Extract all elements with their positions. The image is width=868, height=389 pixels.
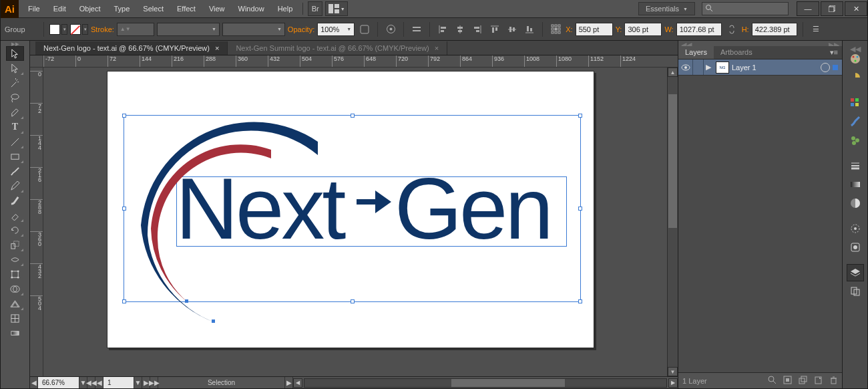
layer-row[interactable]: ▶ NG Layer 1 (678, 59, 842, 76)
dock-symbols-icon[interactable] (847, 132, 864, 149)
align-right-button[interactable] (470, 22, 485, 37)
tab-layers[interactable]: Layers (678, 46, 714, 59)
dock-gradient-icon[interactable] (847, 176, 864, 193)
type-tool[interactable]: T (6, 120, 24, 134)
brush-definition-dropdown[interactable]: ▼ (222, 23, 285, 36)
zoom-out-button[interactable]: ◀ (30, 377, 38, 388)
menu-window[interactable]: Window (232, 1, 271, 17)
make-clipping-mask-icon[interactable] (783, 376, 792, 386)
menu-select[interactable]: Select (136, 1, 170, 17)
align-top-button[interactable] (487, 22, 502, 37)
next-artboard-button-2[interactable]: ▶▶ (150, 377, 158, 388)
mesh-tool[interactable] (6, 311, 24, 326)
dock-swatches-icon[interactable] (847, 94, 864, 112)
width-tool[interactable] (6, 252, 24, 267)
lock-toggle[interactable] (693, 59, 704, 75)
y-field[interactable]: 306 pt (624, 23, 662, 36)
menu-effect[interactable]: Effect (170, 1, 202, 17)
ruler-vertical[interactable]: 072144216288360432504 (30, 68, 43, 376)
handle-e[interactable] (578, 207, 582, 211)
dock-layers-icon[interactable] (847, 264, 864, 281)
line-tool[interactable] (6, 134, 24, 149)
expand-toggle-icon[interactable]: ▶ (704, 63, 713, 72)
layer-name[interactable]: Layer 1 (732, 63, 818, 72)
align-center-v-button[interactable] (505, 22, 519, 37)
menu-file[interactable]: File (21, 1, 47, 17)
new-layer-icon[interactable] (814, 376, 823, 386)
dock-appearance-icon[interactable] (847, 220, 864, 237)
menu-type[interactable]: Type (107, 1, 137, 17)
fill-swatch[interactable] (49, 24, 60, 35)
ruler-origin[interactable] (30, 55, 43, 68)
align-to-button[interactable] (409, 22, 424, 37)
handle-n[interactable] (351, 114, 355, 118)
target-icon[interactable] (821, 63, 830, 72)
scroll-down-arrow[interactable]: ▼ (668, 367, 678, 376)
w-field[interactable]: 1027.68 pt (676, 23, 722, 36)
dock-grip[interactable]: ◀◀ (850, 45, 861, 49)
tab-artboards[interactable]: Artboards (714, 46, 759, 59)
arrange-documents-button[interactable]: ▼ (325, 1, 348, 16)
dock-transparency-icon[interactable] (847, 194, 864, 212)
x-field[interactable]: 550 pt (576, 23, 613, 36)
h-field[interactable]: 422.389 pt (752, 23, 797, 36)
free-transform-tool[interactable] (6, 267, 24, 281)
vertical-scroll-thumb[interactable] (668, 94, 677, 228)
prev-artboard-button[interactable]: ◀◀ (87, 377, 95, 388)
panel-expand-icon[interactable]: ▶▶ (829, 41, 839, 46)
dock-graphic-styles-icon[interactable] (847, 239, 864, 256)
artboard-nav-field[interactable]: 1 (103, 377, 134, 388)
zoom-level-field[interactable]: 66.67% (38, 377, 79, 388)
dock-brushes-icon[interactable] (847, 113, 864, 130)
status-dropdown[interactable]: ▶ (285, 377, 293, 388)
shape-builder-tool[interactable] (6, 281, 24, 296)
direct-selection-tool[interactable] (6, 61, 24, 76)
stroke-label[interactable]: Stroke: (91, 25, 114, 33)
gradient-tool[interactable] (6, 326, 24, 340)
panel-collapse-icon[interactable]: ◀◀ (681, 41, 692, 46)
hscroll-right[interactable]: ▶ (668, 378, 678, 388)
menu-object[interactable]: Object (73, 1, 107, 17)
doc-tab-2[interactable]: Next-Gen Summit logo - text.ai @ 66.67% … (228, 41, 447, 55)
scroll-up-arrow[interactable]: ▲ (668, 68, 678, 77)
handle-s[interactable] (351, 299, 355, 303)
magic-wand-tool[interactable] (6, 76, 24, 90)
opacity-label[interactable]: Opacity: (288, 25, 314, 33)
rotate-tool[interactable] (6, 223, 24, 237)
menu-view[interactable]: View (202, 1, 232, 17)
pencil-tool[interactable] (6, 178, 24, 193)
blob-brush-tool[interactable] (6, 193, 24, 208)
new-sublayer-icon[interactable] (799, 376, 807, 386)
align-left-button[interactable] (435, 22, 450, 37)
doc-tab-1[interactable]: Next-Gen logo - text.ai @ 66.67% (CMYK/P… (35, 41, 228, 55)
horizontal-scroll-thumb[interactable] (451, 379, 565, 387)
artboard-dropdown[interactable]: ▼ (134, 377, 142, 388)
dock-color-icon[interactable] (847, 50, 864, 68)
opacity-field[interactable]: 100%▼ (317, 23, 355, 36)
control-panel-menu[interactable]: ☰ (809, 22, 823, 37)
dock-color-guide-icon[interactable] (847, 69, 864, 86)
workspace-switcher[interactable]: Essentials ▼ (638, 2, 695, 15)
selection-tool[interactable] (6, 46, 24, 61)
align-center-h-button[interactable] (453, 22, 467, 37)
handle-ne[interactable] (578, 114, 582, 118)
visibility-toggle-icon[interactable] (678, 59, 693, 75)
search-input[interactable] (702, 2, 789, 15)
eraser-tool[interactable] (6, 208, 24, 223)
toolbox-grip[interactable]: ▸▸ (1, 41, 29, 46)
link-wh-button[interactable] (724, 22, 739, 37)
close-icon[interactable]: × (215, 44, 219, 52)
scale-tool[interactable] (6, 237, 24, 252)
paintbrush-tool[interactable] (6, 164, 24, 178)
close-icon[interactable]: × (435, 44, 439, 52)
dock-stroke-icon[interactable] (847, 157, 864, 174)
horizontal-scrollbar[interactable] (304, 378, 667, 388)
dock-artboards-icon[interactable] (847, 283, 864, 300)
ruler-horizontal[interactable]: -720721442162883604325045766487207928649… (43, 55, 678, 68)
stroke-swatch[interactable] (70, 24, 81, 35)
selection-indicator[interactable] (833, 65, 838, 70)
panel-menu-icon[interactable]: ▾≡ (826, 46, 842, 59)
align-bottom-button[interactable] (522, 22, 537, 37)
menu-help[interactable]: Help (271, 1, 300, 17)
perspective-grid-tool[interactable] (6, 296, 24, 311)
